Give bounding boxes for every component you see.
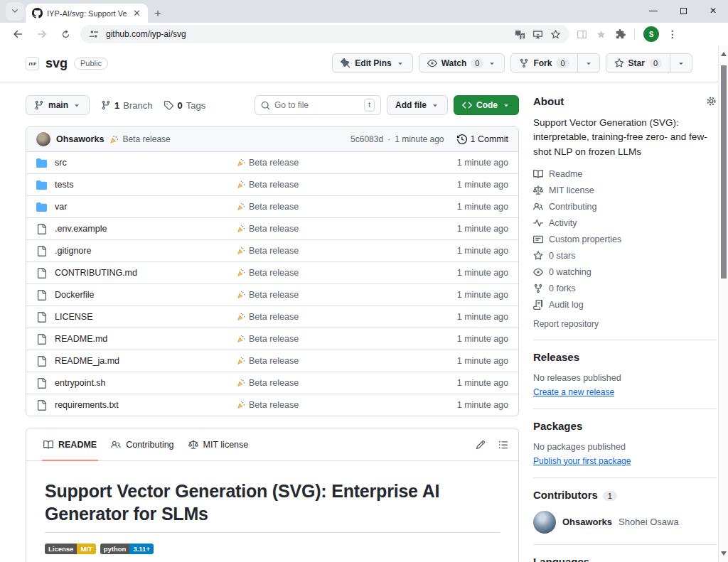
repo-name[interactable]: svg: [46, 56, 68, 71]
file-name-link[interactable]: tests: [55, 180, 73, 190]
file-name-link[interactable]: Dockerfile: [55, 290, 95, 300]
bookmark-star-icon[interactable]: [550, 29, 561, 40]
file-commit-message[interactable]: Beta release: [237, 312, 430, 322]
site-info-icon[interactable]: [89, 29, 99, 39]
file-name-link[interactable]: .env.example: [55, 224, 107, 234]
about-link-item[interactable]: 0 watching: [533, 267, 717, 278]
commit-author-avatar[interactable]: [36, 132, 50, 146]
file-row[interactable]: var Beta release 1 minute ago: [26, 195, 518, 217]
url-text[interactable]: github.com/iyp-ai/svg: [106, 29, 508, 39]
create-release-link[interactable]: Create a new release: [533, 387, 614, 397]
star-dropdown-button[interactable]: [670, 53, 692, 73]
file-name-link[interactable]: requirements.txt: [55, 400, 119, 410]
tab-contributing[interactable]: Contributing: [104, 428, 181, 460]
file-row[interactable]: LICENSE Beta release 1 minute ago: [26, 306, 518, 328]
file-name-link[interactable]: CONTRIBUTING.md: [55, 268, 137, 278]
new-tab-button[interactable]: +: [154, 9, 161, 17]
watch-button[interactable]: Watch 0: [419, 53, 505, 73]
file-name-link[interactable]: var: [55, 202, 67, 212]
file-row[interactable]: entrypoint.sh Beta release 1 minute ago: [26, 372, 518, 394]
file-commit-message[interactable]: Beta release: [237, 202, 430, 212]
commit-message[interactable]: Beta release: [109, 134, 170, 144]
file-row[interactable]: README.md Beta release 1 minute ago: [26, 328, 518, 350]
license-badge[interactable]: License MIT: [45, 544, 96, 554]
branches-link[interactable]: 1 Branch: [101, 100, 152, 111]
gear-icon[interactable]: [706, 96, 717, 107]
commit-history-link[interactable]: 1 Commit: [457, 134, 508, 144]
file-row[interactable]: tests Beta release 1 minute ago: [26, 173, 518, 195]
star-button[interactable]: Star 0: [606, 53, 670, 73]
reload-button[interactable]: [54, 29, 77, 40]
file-name-link[interactable]: README.md: [55, 334, 107, 344]
file-commit-message[interactable]: Beta release: [237, 356, 430, 366]
tab-readme[interactable]: README: [36, 428, 104, 460]
extensions-icon[interactable]: [615, 29, 626, 40]
file-name-link[interactable]: LICENSE: [55, 312, 93, 322]
scrollbar-thumb[interactable]: [721, 65, 727, 279]
window-close-button[interactable]: ✕: [698, 0, 728, 21]
about-link-item[interactable]: Contributing: [533, 202, 717, 212]
branch-selector-button[interactable]: main: [26, 95, 90, 115]
commit-author[interactable]: Ohsaworks: [56, 134, 104, 144]
file-name-link[interactable]: .gitignore: [55, 246, 91, 256]
report-repository-link[interactable]: Report repository: [533, 319, 717, 329]
file-name-link[interactable]: entrypoint.sh: [55, 378, 106, 388]
code-button[interactable]: Code: [454, 95, 519, 115]
file-commit-message[interactable]: Beta release: [237, 246, 430, 256]
file-commit-message[interactable]: Beta release: [237, 180, 430, 190]
file-commit-message[interactable]: Beta release: [237, 224, 430, 234]
go-to-file-input[interactable]: [274, 100, 360, 110]
about-link-item[interactable]: 0 forks: [533, 283, 717, 294]
python-badge[interactable]: python 3.11+: [100, 544, 154, 554]
file-row[interactable]: .gitignore Beta release 1 minute ago: [26, 239, 518, 261]
file-row[interactable]: README_ja.md Beta release 1 minute ago: [26, 350, 518, 372]
contributors-title[interactable]: Contributors1: [533, 489, 717, 501]
about-link-item[interactable]: Audit log: [533, 300, 717, 310]
forward-button[interactable]: [30, 28, 54, 40]
contributor-avatar[interactable]: [533, 511, 556, 534]
profile-avatar[interactable]: S: [643, 26, 659, 42]
scroll-up-arrow[interactable]: [721, 52, 727, 56]
page-scrollbar[interactable]: [718, 45, 728, 562]
side-panel-icon[interactable]: [577, 29, 587, 40]
fork-button[interactable]: Fork 0: [510, 53, 577, 73]
url-bar[interactable]: github.com/iyp-ai/svg: [80, 25, 569, 43]
tab-search-button[interactable]: [6, 2, 24, 21]
file-commit-message[interactable]: Beta release: [237, 334, 430, 344]
browser-menu-icon[interactable]: ⋮: [668, 28, 678, 40]
file-row[interactable]: CONTRIBUTING.md Beta release 1 minute ag…: [26, 261, 518, 283]
file-commit-message[interactable]: Beta release: [237, 158, 430, 168]
browser-tab[interactable]: IYP-AI/svg: Support Vector Gen ✕: [26, 4, 148, 23]
outline-list-icon[interactable]: [498, 440, 508, 450]
contributor-username[interactable]: Ohsaworks: [562, 517, 612, 527]
file-commit-message[interactable]: Beta release: [237, 378, 430, 388]
scroll-down-arrow[interactable]: [721, 551, 727, 556]
owner-avatar[interactable]: IYP: [26, 57, 39, 70]
tags-link[interactable]: 0 Tags: [164, 100, 205, 111]
add-file-button[interactable]: Add file: [387, 95, 448, 115]
contributor-row[interactable]: Ohsaworks Shohei Osawa: [533, 511, 717, 534]
file-commit-message[interactable]: Beta release: [237, 290, 430, 300]
translate-icon[interactable]: [515, 29, 525, 40]
about-link-item[interactable]: 0 stars: [533, 251, 717, 261]
releases-title[interactable]: Releases: [533, 351, 717, 363]
file-name-link[interactable]: src: [55, 158, 67, 168]
file-name-link[interactable]: README_ja.md: [55, 356, 119, 366]
tab-mit-license[interactable]: MIT license: [181, 428, 256, 460]
about-link-item[interactable]: Custom properties: [533, 234, 717, 245]
back-button[interactable]: [6, 28, 30, 40]
file-commit-message[interactable]: Beta release: [237, 268, 430, 278]
tab-close-icon[interactable]: ✕: [131, 8, 143, 18]
fork-dropdown-button[interactable]: [578, 53, 600, 73]
packages-title[interactable]: Packages: [533, 420, 717, 432]
file-row[interactable]: Dockerfile Beta release 1 minute ago: [26, 283, 518, 306]
go-to-file-search[interactable]: t: [255, 95, 381, 115]
file-row[interactable]: .env.example Beta release 1 minute ago: [26, 217, 518, 239]
window-minimize-button[interactable]: —: [638, 0, 668, 21]
file-row[interactable]: requirements.txt Beta release 1 minute a…: [26, 394, 518, 416]
edit-pins-button[interactable]: Edit Pins: [332, 53, 412, 73]
window-maximize-button[interactable]: [668, 0, 698, 21]
file-row[interactable]: src Beta release 1 minute ago: [26, 151, 518, 173]
publish-package-link[interactable]: Publish your first package: [533, 456, 631, 466]
file-commit-message[interactable]: Beta release: [237, 400, 430, 410]
